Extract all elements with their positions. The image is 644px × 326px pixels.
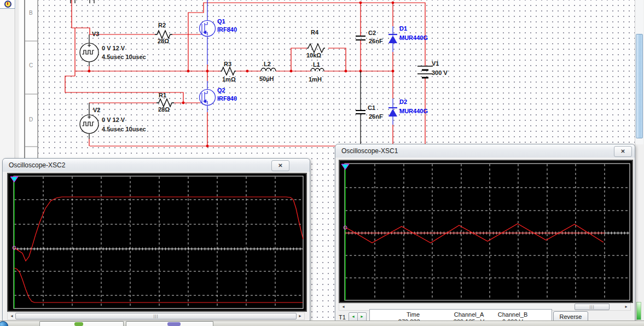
label-v1-value[interactable]: 300 V — [432, 69, 448, 76]
label-v2-line2[interactable]: 4.5usec 10usec — [102, 126, 146, 132]
taskbar-app-icon-purple — [167, 322, 181, 326]
xsc1-screen-bezel — [339, 160, 633, 303]
diode-d2[interactable] — [388, 98, 397, 125]
diode-d1[interactable] — [388, 26, 397, 52]
label-r2-value[interactable]: 28Ω — [158, 38, 169, 44]
label-v2[interactable]: V2 — [93, 107, 100, 113]
wires-red — [65, 0, 425, 146]
label-l2[interactable]: L2 — [264, 61, 271, 67]
xsc2-scroll-left-arrow[interactable]: ◂ — [8, 313, 15, 319]
xsc2-scroll-right-arrow[interactable]: ▸ — [297, 313, 304, 319]
xsc1-col-time: Time — [383, 311, 443, 318]
label-r3-value[interactable]: 1mΩ — [222, 76, 236, 83]
xsc1-titlebar[interactable]: Oscilloscope-XSC1 ✕ — [335, 144, 635, 158]
label-l2-value[interactable]: 50µH — [259, 75, 274, 82]
mosfet-q1[interactable] — [200, 0, 216, 65]
xsc1-cursor-t1-label: T1 — [339, 314, 346, 321]
taskbar-app-icon-green — [74, 322, 83, 326]
offscreen-component-stubs — [71, 0, 94, 3]
resistor-r3[interactable] — [221, 67, 236, 75]
xsc1-scroll-right-arrow[interactable]: ▸ — [623, 304, 630, 310]
xsc1-col-channel-b: Channel_B — [483, 311, 543, 318]
resistor-r2[interactable] — [155, 31, 172, 38]
xsc1-close-button[interactable]: ✕ — [614, 146, 632, 157]
label-q1-value[interactable]: IRF840 — [217, 26, 237, 33]
label-v3[interactable]: V3 — [92, 31, 99, 37]
label-q1[interactable]: Q1 — [217, 18, 225, 25]
label-d2[interactable]: D2 — [399, 98, 407, 105]
label-v3-line2[interactable]: 4.5usec 10usec — [102, 54, 146, 60]
xsc1-scroll-thumb[interactable]: ||| — [575, 304, 610, 310]
xsc2-close-button[interactable]: ✕ — [271, 160, 289, 171]
sheet-row-c: C — [29, 62, 33, 68]
background-window-fragment — [636, 302, 641, 320]
label-q2[interactable]: Q2 — [217, 87, 225, 94]
mosfet-q2[interactable] — [200, 81, 216, 112]
resistor-r1[interactable] — [156, 99, 174, 107]
label-q2-value[interactable]: IRF840 — [217, 95, 237, 102]
oscilloscope-xsc2-window: Oscilloscope-XSC2 ✕ — [2, 158, 310, 323]
xsc1-title: Oscilloscope-XSC1 — [341, 147, 398, 155]
capacitor-c2[interactable] — [356, 36, 365, 40]
label-v1[interactable]: V1 — [432, 60, 439, 67]
capacitor-c1[interactable] — [356, 71, 365, 146]
resistor-r4[interactable] — [307, 44, 325, 53]
label-v3-line1[interactable]: 0 V 12 V — [102, 45, 125, 51]
xsc1-screen — [340, 161, 632, 302]
label-r4-value[interactable]: 10kΩ — [306, 52, 321, 59]
oscilloscope-xsc1-window: Oscilloscope-XSC1 ✕ — [335, 144, 635, 326]
vertical-scrollbar-thumb[interactable] — [636, 34, 643, 138]
label-l1[interactable]: L1 — [313, 61, 320, 68]
label-l1-value[interactable]: 1mH — [309, 76, 322, 83]
xsc2-titlebar[interactable]: Oscilloscope-XSC2 ✕ — [3, 159, 310, 172]
sheet-row-b: B — [29, 10, 33, 16]
battery-v1[interactable] — [417, 66, 433, 78]
inductor-l1[interactable] — [311, 68, 324, 71]
label-d1-value[interactable]: MUR440G — [399, 34, 428, 41]
label-c1[interactable]: C1 — [368, 104, 375, 111]
xsc1-scroll-left-arrow[interactable]: ◂ — [340, 304, 347, 310]
xsc2-hscrollbar[interactable]: ◂ ▸ ||| — [7, 312, 305, 320]
label-r4[interactable]: R4 — [311, 29, 319, 36]
inductor-l2[interactable] — [261, 68, 276, 72]
label-r3[interactable]: R3 — [224, 61, 231, 67]
label-r1-value[interactable]: 28Ω — [158, 106, 170, 113]
label-r2[interactable]: R2 — [158, 22, 166, 28]
source-v3[interactable] — [80, 34, 98, 66]
xsc2-scroll-thumb[interactable]: ||| — [15, 313, 297, 319]
xsc2-screen — [8, 174, 306, 311]
label-v2-line1[interactable]: 0 V 12 V — [102, 117, 125, 123]
label-c2-value[interactable]: 26nF — [369, 38, 383, 44]
sheet-row-d: D — [29, 117, 33, 123]
label-c1-value[interactable]: 26nF — [369, 113, 383, 120]
label-c2[interactable]: C2 — [368, 30, 376, 36]
label-r1[interactable]: R1 — [159, 92, 166, 98]
xsc2-screen-bezel — [7, 173, 307, 312]
multisim-workspace: B C D — [0, 0, 644, 326]
label-d1[interactable]: D1 — [399, 25, 407, 32]
xsc2-title: Oscilloscope-XSC2 — [9, 161, 65, 169]
label-d2-value[interactable]: MUR440G — [399, 108, 428, 114]
